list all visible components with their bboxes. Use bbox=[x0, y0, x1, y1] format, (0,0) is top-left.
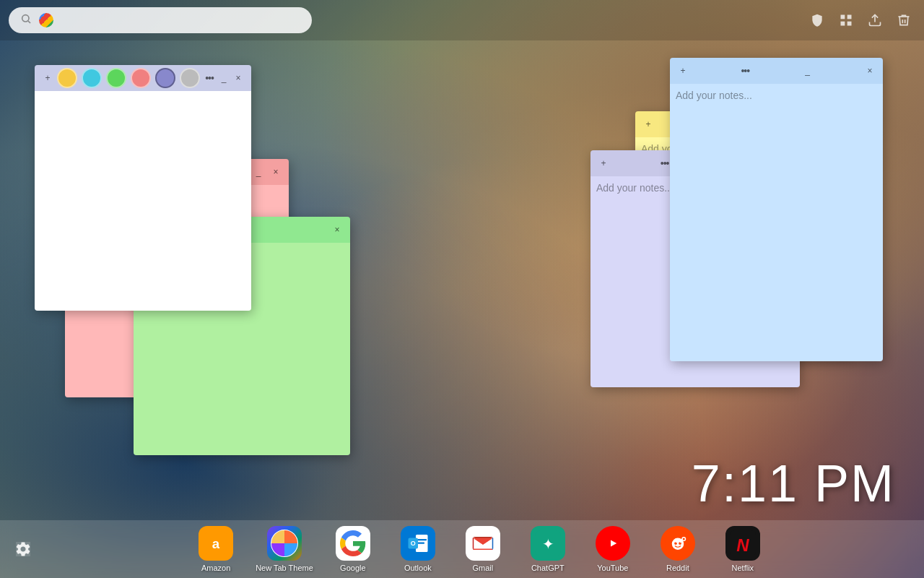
note-blue-placeholder: Add your notes... bbox=[676, 90, 752, 101]
app-outlook[interactable]: O Outlook bbox=[393, 526, 443, 572]
app-reddit[interactable]: Reddit bbox=[653, 526, 703, 572]
note-blue-close-button[interactable]: × bbox=[863, 64, 877, 78]
svg-rect-4 bbox=[841, 22, 845, 26]
netflix-icon: N bbox=[725, 526, 760, 561]
taskbar: a Amazon New Tab Theme bbox=[0, 520, 924, 578]
app-chatgpt[interactable]: ✦ ChatGPT bbox=[523, 526, 573, 572]
note-blue-body[interactable]: Add your notes... bbox=[670, 84, 883, 361]
note-pink-minimize-button[interactable]: _ bbox=[251, 165, 266, 179]
youtube-icon bbox=[596, 526, 630, 561]
svg-point-28 bbox=[680, 542, 681, 543]
svg-point-27 bbox=[676, 542, 677, 543]
svg-point-26 bbox=[683, 538, 685, 540]
svg-point-0 bbox=[22, 15, 29, 22]
color-cyan[interactable] bbox=[82, 68, 102, 88]
svg-text:✦: ✦ bbox=[541, 536, 554, 552]
note-pink-close-button[interactable]: × bbox=[269, 165, 283, 179]
clock: 7:11 PM bbox=[692, 454, 895, 513]
app-new-tab-theme[interactable]: New Tab Theme bbox=[256, 526, 313, 572]
svg-rect-3 bbox=[847, 15, 852, 20]
gmail-label: Gmail bbox=[472, 564, 493, 572]
search-icon bbox=[20, 13, 32, 27]
youtube-label: YouTube bbox=[597, 564, 628, 572]
search-box[interactable] bbox=[9, 7, 312, 33]
new-tab-theme-label: New Tab Theme bbox=[256, 564, 313, 572]
svg-rect-13 bbox=[417, 543, 424, 544]
note-purple-placeholder: Add your notes... bbox=[596, 182, 673, 194]
upload-icon[interactable] bbox=[863, 9, 886, 32]
note-yellow-add-button[interactable]: + bbox=[641, 117, 655, 131]
reddit-icon bbox=[661, 526, 695, 561]
note-blue-add-button[interactable]: + bbox=[676, 64, 690, 78]
reddit-label: Reddit bbox=[666, 564, 689, 572]
color-gray[interactable] bbox=[180, 68, 200, 88]
svg-text:N: N bbox=[736, 535, 749, 555]
note-blue-minimize-button[interactable]: _ bbox=[801, 64, 815, 78]
sticky-note-main: + ••• _ × bbox=[35, 65, 251, 311]
color-picker bbox=[55, 68, 202, 88]
note-main-menu-button[interactable]: ••• bbox=[202, 71, 217, 85]
netflix-label: Netflix bbox=[732, 564, 754, 572]
svg-text:O: O bbox=[411, 540, 416, 547]
color-purple[interactable] bbox=[155, 68, 175, 88]
app-netflix[interactable]: N Netflix bbox=[718, 526, 768, 572]
trash-icon[interactable] bbox=[892, 9, 915, 32]
note-main-add-button[interactable]: + bbox=[40, 71, 55, 85]
amazon-icon: a bbox=[199, 526, 233, 561]
note-blue-header: + ••• _ × bbox=[670, 58, 883, 84]
color-green[interactable] bbox=[106, 68, 126, 88]
app-gmail[interactable]: Gmail bbox=[458, 526, 508, 572]
shield-icon[interactable] bbox=[806, 9, 829, 32]
top-bar bbox=[0, 0, 924, 40]
svg-text:a: a bbox=[212, 536, 220, 551]
app-youtube[interactable]: YouTube bbox=[588, 526, 638, 572]
grid-icon[interactable] bbox=[834, 9, 858, 32]
settings-icon[interactable] bbox=[12, 538, 35, 561]
note-main-header: + ••• _ × bbox=[35, 65, 251, 91]
taskbar-apps: a Amazon New Tab Theme bbox=[46, 526, 912, 572]
outlook-icon: O bbox=[401, 526, 435, 561]
svg-rect-2 bbox=[841, 15, 845, 20]
google-icon bbox=[336, 526, 370, 561]
note-main-close-button[interactable]: × bbox=[231, 71, 245, 85]
note-purple-add-button[interactable]: + bbox=[596, 156, 611, 171]
outlook-label: Outlook bbox=[404, 564, 432, 572]
app-google[interactable]: Google bbox=[328, 526, 378, 572]
gmail-icon bbox=[466, 526, 500, 561]
note-green-close-button[interactable]: × bbox=[330, 223, 344, 237]
taskbar-left bbox=[12, 538, 46, 561]
google-label: Google bbox=[340, 564, 365, 572]
svg-line-1 bbox=[28, 21, 30, 23]
note-main-body[interactable] bbox=[35, 91, 251, 311]
color-yellow[interactable] bbox=[57, 68, 77, 88]
sticky-note-blue: + ••• _ × Add your notes... bbox=[670, 58, 883, 361]
svg-rect-12 bbox=[417, 539, 427, 540]
note-main-minimize-button[interactable]: _ bbox=[217, 71, 231, 85]
note-blue-menu-button[interactable]: ••• bbox=[738, 64, 752, 78]
color-pink[interactable] bbox=[131, 68, 151, 88]
chatgpt-icon: ✦ bbox=[531, 526, 565, 561]
new-tab-theme-icon bbox=[267, 526, 302, 561]
google-logo bbox=[39, 13, 53, 27]
svg-rect-5 bbox=[847, 22, 852, 26]
top-bar-right bbox=[806, 9, 915, 32]
amazon-label: Amazon bbox=[201, 564, 230, 572]
app-amazon[interactable]: a Amazon bbox=[191, 526, 241, 572]
chatgpt-label: ChatGPT bbox=[531, 564, 565, 572]
